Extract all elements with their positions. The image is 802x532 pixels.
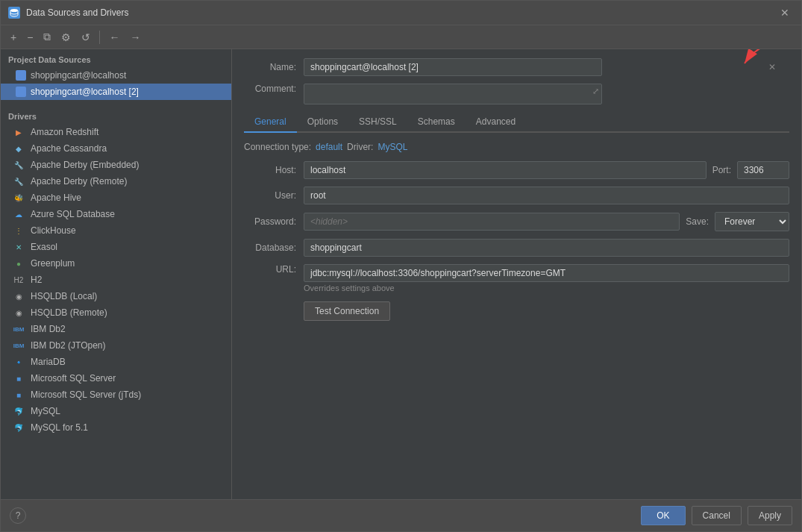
- ibm-db2-jtopen-icon: IBM: [13, 339, 25, 351]
- back-button[interactable]: ←: [105, 29, 123, 46]
- svg-point-0: [10, 9, 18, 12]
- comment-input[interactable]: [304, 84, 602, 104]
- database-input[interactable]: [304, 239, 789, 257]
- ok-button[interactable]: OK: [641, 506, 685, 525]
- settings-button[interactable]: ⚙: [57, 29, 75, 46]
- add-button[interactable]: +: [7, 29, 20, 46]
- url-row: URL:: [244, 264, 789, 282]
- left-panel: Project Data Sources shoppingcart@localh…: [1, 49, 232, 499]
- driver-mysql[interactable]: 🐬 MySQL: [1, 403, 231, 419]
- driver-label-1: Apache Cassandra: [31, 143, 107, 154]
- bottom-bar: ? OK Cancel Apply: [1, 499, 801, 531]
- copy-button[interactable]: ⧉: [40, 28, 54, 46]
- host-port-row: Host: Port:: [244, 161, 789, 179]
- driver-label-6: ClickHouse: [31, 225, 76, 236]
- driver-amazon-redshift[interactable]: ▶ Amazon Redshift: [1, 124, 231, 140]
- host-input[interactable]: [304, 161, 707, 179]
- test-connection-button[interactable]: Test Connection: [304, 301, 390, 321]
- driver-value[interactable]: MySQL: [377, 142, 407, 152]
- port-input[interactable]: [737, 161, 789, 179]
- driver-greenplum[interactable]: ● Greenplum: [1, 255, 231, 272]
- url-input[interactable]: [304, 264, 789, 282]
- cassandra-icon: ◆: [13, 143, 25, 154]
- tab-schemas[interactable]: Schemas: [407, 112, 466, 133]
- driver-mariadb[interactable]: 🔹 MariaDB: [1, 354, 231, 370]
- driver-label-15: Microsoft SQL Server: [31, 373, 116, 384]
- driver-ibm-db2-jtopen[interactable]: IBM IBM Db2 (JTOpen): [1, 337, 231, 354]
- save-label: Save:: [686, 216, 709, 227]
- driver-label-17: MySQL: [31, 406, 60, 416]
- cancel-button[interactable]: Cancel: [692, 506, 742, 525]
- azure-icon: ☁: [13, 208, 25, 220]
- driver-mssql[interactable]: ■ Microsoft SQL Server: [1, 370, 231, 387]
- comment-row: Comment: ⤢: [244, 84, 789, 104]
- clickhouse-icon: ⋮: [13, 225, 25, 237]
- project-datasources-header: Project Data Sources: [1, 49, 231, 67]
- main-content: Project Data Sources shoppingcart@localh…: [1, 49, 801, 499]
- dialog-title: Data Sources and Drivers: [26, 7, 128, 18]
- comment-label: Comment:: [244, 84, 304, 94]
- tab-options[interactable]: Options: [297, 112, 348, 133]
- driver-hsqldb-local[interactable]: ◉ HSQLDB (Local): [1, 288, 231, 304]
- driver-label-7: Exasol: [31, 242, 57, 252]
- driver-exasol[interactable]: ✕ Exasol: [1, 239, 231, 255]
- driver-ibm-db2[interactable]: IBM IBM Db2: [1, 321, 231, 337]
- driver-label-13: IBM Db2 (JTOpen): [31, 340, 105, 351]
- driver-apache-derby-embedded[interactable]: 🔧 Apache Derby (Embedded): [1, 157, 231, 173]
- connection-type-value[interactable]: default: [316, 142, 342, 152]
- tab-general[interactable]: General: [244, 112, 297, 133]
- refresh-button[interactable]: ↺: [78, 29, 94, 46]
- dialog: Data Sources and Drivers ✕ + − ⧉ ⚙ ↺ ← →…: [0, 0, 802, 532]
- user-input[interactable]: [304, 187, 789, 204]
- driver-label-9: H2: [31, 275, 42, 285]
- derby-remote-icon: 🔧: [13, 175, 25, 187]
- hsqldb-local-icon: ◉: [13, 290, 25, 302]
- driver-azure-sql[interactable]: ☁ Azure SQL Database: [1, 206, 231, 222]
- h2-icon: H2: [13, 274, 25, 286]
- driver-label-16: Microsoft SQL Server (jTds): [31, 389, 141, 400]
- driver-clickhouse[interactable]: ⋮ ClickHouse: [1, 222, 231, 239]
- password-label: Password:: [244, 216, 304, 227]
- remove-button[interactable]: −: [23, 29, 37, 46]
- database-label: Database:: [244, 242, 304, 253]
- redshift-icon: ▶: [13, 126, 25, 138]
- driver-apache-cassandra[interactable]: ◆ Apache Cassandra: [1, 140, 231, 157]
- tab-advanced[interactable]: Advanced: [466, 112, 526, 133]
- host-label: Host:: [244, 165, 304, 175]
- user-label: User:: [244, 190, 304, 201]
- help-button[interactable]: ?: [10, 507, 26, 524]
- title-bar-left: Data Sources and Drivers: [8, 7, 128, 19]
- datasource-name-2: shoppingcart@localhost [2]: [31, 87, 139, 97]
- name-label: Name:: [244, 62, 304, 72]
- tab-ssh-ssl[interactable]: SSH/SSL: [348, 112, 407, 133]
- drivers-header: Drivers: [1, 106, 231, 124]
- driver-apache-derby-remote[interactable]: 🔧 Apache Derby (Remote): [1, 173, 231, 190]
- driver-label-18: MySQL for 5.1: [31, 422, 88, 433]
- red-arrow-annotation: [730, 49, 801, 75]
- password-input[interactable]: [304, 213, 680, 231]
- connection-type-label: Connection type:: [244, 142, 311, 152]
- name-input[interactable]: [304, 58, 602, 76]
- forward-button[interactable]: →: [126, 29, 144, 46]
- driver-label-0: Amazon Redshift: [31, 127, 98, 137]
- driver-label-static: Driver:: [347, 142, 373, 152]
- driver-apache-hive[interactable]: 🐝 Apache Hive: [1, 190, 231, 206]
- bottom-right: OK Cancel Apply: [641, 506, 792, 525]
- driver-hsqldb-remote[interactable]: ◉ HSQLDB (Remote): [1, 304, 231, 321]
- driver-mysql-51[interactable]: 🐬 MySQL for 5.1: [1, 419, 231, 436]
- driver-label-4: Apache Hive: [31, 193, 81, 203]
- driver-mssql-jtds[interactable]: ■ Microsoft SQL Server (jTds): [1, 387, 231, 403]
- mysql-51-icon: 🐬: [13, 422, 25, 434]
- datasource-item-1[interactable]: shoppingcart@localhost: [1, 67, 231, 84]
- apply-button[interactable]: Apply: [748, 506, 792, 525]
- datasource-item-2[interactable]: shoppingcart@localhost [2]: [1, 84, 231, 100]
- close-button[interactable]: ✕: [776, 5, 794, 20]
- mariadb-icon: 🔹: [13, 356, 25, 368]
- comment-expand-button[interactable]: ⤢: [592, 87, 599, 96]
- driver-label-3: Apache Derby (Remote): [31, 176, 127, 187]
- toolbar: + − ⧉ ⚙ ↺ ← →: [1, 25, 801, 49]
- driver-h2[interactable]: H2 H2: [1, 272, 231, 288]
- save-select[interactable]: Forever Until restart Never: [715, 212, 789, 231]
- database-row: Database:: [244, 239, 789, 257]
- driver-label-14: MariaDB: [31, 357, 66, 367]
